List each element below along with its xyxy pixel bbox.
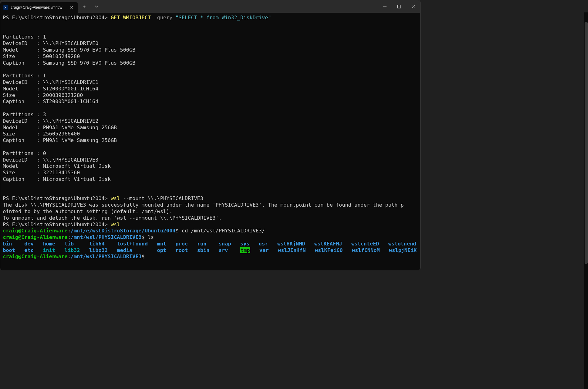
close-icon [412, 5, 415, 8]
cmd-line: PS E:\wslDistroStorage\Ubuntu2004> wsl [3, 222, 418, 228]
bash-line: craig@Craig-Alienware:/mnt/wsl/PHYSICALD… [3, 234, 418, 241]
output-line: To unmount and detach the disk, run 'wsl… [3, 215, 418, 222]
drive-field: Partitions : 3 [3, 112, 418, 118]
output-line: The disk \\.\PHYSICALDRIVE3 was successf… [3, 202, 418, 208]
new-tab-button[interactable]: ＋ [78, 0, 90, 13]
ls-row: boot etc init lib32 libx32 media opt roo… [3, 247, 418, 254]
drive-field: Size : 256052966400 [3, 131, 418, 137]
cmd-line: PS E:\wslDistroStorage\Ubuntu2004> GET-W… [3, 15, 418, 21]
terminal-output[interactable]: PS E:\wslDistroStorage\Ubuntu2004> GET-W… [0, 13, 420, 270]
cmd-line: PS E:\wslDistroStorage\Ubuntu2004> wsl -… [3, 195, 418, 202]
tab-close-button[interactable]: ✕ [69, 5, 75, 10]
drive-field: Size : 500105249280 [3, 53, 418, 60]
drive-field: DeviceID : \\.\PHYSICALDRIVE2 [3, 118, 418, 125]
drive-field: DeviceID : \\.\PHYSICALDRIVE0 [3, 40, 418, 47]
titlebar-drag-region[interactable] [103, 0, 378, 13]
drive-field: Size : 322118415360 [3, 170, 418, 176]
bash-line: craig@Craig-Alienware:/mnt/wsl/PHYSICALD… [3, 254, 418, 260]
tab-title: craig@Craig-Alienware: /mnt/w [11, 5, 67, 10]
titlebar: >_ craig@Craig-Alienware: /mnt/w ✕ ＋ [0, 0, 420, 13]
ls-row: bin dev home lib lib64 lost+found mnt pr… [3, 241, 418, 247]
drive-field: Model : Samsung SSD 970 EVO Plus 500GB [3, 47, 418, 53]
svg-rect-1 [397, 5, 400, 8]
drive-field: DeviceID : \\.\PHYSICALDRIVE3 [3, 157, 418, 163]
tab-dropdown-button[interactable] [90, 0, 103, 13]
drive-field: Model : ST2000DM001-1CH164 [3, 86, 418, 92]
minimize-icon [383, 5, 387, 8]
maximize-icon [397, 5, 401, 8]
minimize-button[interactable] [378, 0, 392, 13]
powershell-icon: >_ [3, 5, 8, 10]
drive-field: Partitions : 1 [3, 34, 418, 40]
chevron-down-icon [95, 5, 98, 8]
drive-field: Model : PM9A1 NVMe Samsung 256GB [3, 125, 418, 131]
drive-field: Caption : ST2000DM001-1CH164 [3, 98, 418, 105]
terminal-window: >_ craig@Craig-Alienware: /mnt/w ✕ ＋ PS … [0, 0, 421, 270]
bash-line: craig@Craig-Alienware:/mnt/e/wslDistroSt… [3, 228, 418, 234]
drive-field: DeviceID : \\.\PHYSICALDRIVE1 [3, 79, 418, 86]
drive-field: Caption : Microsoft Virtual Disk [3, 176, 418, 183]
maximize-button[interactable] [392, 0, 406, 13]
drive-field: Partitions : 1 [3, 73, 418, 79]
drive-field: Size : 2000396321280 [3, 92, 418, 99]
window-controls [378, 0, 420, 13]
drive-field: Caption : PM9A1 NVMe Samsung 256GB [3, 137, 418, 144]
drive-field: Model : Microsoft Virtual Disk [3, 163, 418, 170]
tab-active[interactable]: >_ craig@Craig-Alienware: /mnt/w ✕ [0, 2, 78, 13]
close-button[interactable] [406, 0, 420, 13]
drive-field: Partitions : 0 [3, 150, 418, 157]
drive-field: Caption : Samsung SSD 970 EVO Plus 500GB [3, 60, 418, 66]
output-line: ointed to by the automount setting (defa… [3, 208, 418, 215]
tab-strip-buttons: ＋ [78, 0, 103, 13]
